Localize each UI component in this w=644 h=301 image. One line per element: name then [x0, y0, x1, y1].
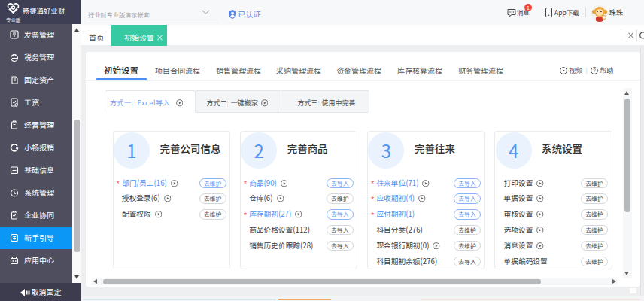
svg-text:?: ?: [593, 67, 596, 74]
